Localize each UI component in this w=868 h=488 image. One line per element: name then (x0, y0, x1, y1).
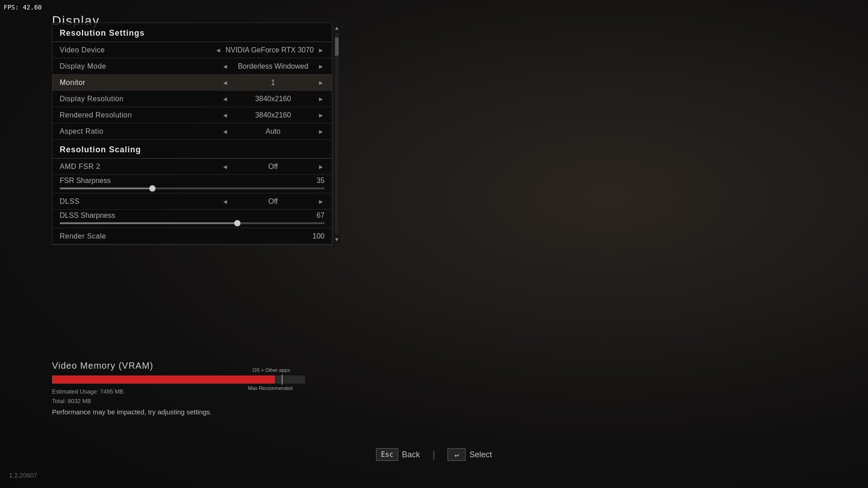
aspect-ratio-arrow-left[interactable]: ◄ (222, 128, 229, 135)
display-resolution-arrow-right[interactable]: ► (317, 95, 325, 103)
vram-total: Total: 8032 MB (52, 397, 305, 406)
aspect-ratio-control: ◄ Auto ► (222, 127, 325, 136)
vram-max-label: Max Recommended (248, 385, 292, 391)
scroll-up-arrow[interactable]: ▲ (334, 25, 340, 31)
section-resolution-settings: Resolution Settings (52, 23, 332, 42)
rendered-resolution-label: Rendered Resolution (60, 111, 177, 119)
setting-row-amd-fsr2: AMD FSR 2 ◄ Off ► (52, 159, 332, 175)
amd-fsr2-arrow-left[interactable]: ◄ (222, 163, 229, 170)
version-label: 1.2.20607 (9, 472, 37, 479)
scroll-down-arrow[interactable]: ▼ (334, 236, 340, 243)
amd-fsr2-value: Off (232, 163, 314, 171)
setting-row-monitor: Monitor ◄ 1 ► (52, 75, 332, 91)
scroll-track[interactable] (335, 33, 339, 235)
setting-row-rendered-resolution: Rendered Resolution ◄ 3840x2160 ► (52, 107, 332, 123)
fps-counter: FPS: 42.60 (4, 4, 42, 11)
vram-bar-container: OS + Other apps Max Recommended (52, 375, 305, 384)
monitor-label: Monitor (60, 79, 177, 87)
display-resolution-value: 3840x2160 (232, 95, 314, 103)
panel-inner: Resolution Settings Video Device ◄ NVIDI… (52, 23, 332, 245)
rendered-resolution-arrow-left[interactable]: ◄ (222, 112, 229, 119)
dlss-label: DLSS (60, 197, 177, 206)
vram-bar-marker (282, 375, 283, 385)
rendered-resolution-control: ◄ 3840x2160 ► (222, 111, 325, 119)
bottom-bar: Esc Back | ↵ Select (376, 448, 492, 461)
dlss-sharpness-label: DLSS Sharpness (60, 211, 115, 220)
render-scale-value: 100 (225, 232, 325, 240)
dlss-sharpness-header: DLSS Sharpness 67 (60, 211, 325, 220)
video-device-arrow-left[interactable]: ◄ (215, 47, 222, 54)
back-button-group[interactable]: Esc Back (376, 448, 420, 461)
display-mode-arrow-left[interactable]: ◄ (222, 63, 229, 70)
rendered-resolution-value: 3840x2160 (232, 111, 314, 119)
dlss-arrow-left[interactable]: ◄ (222, 198, 229, 205)
setting-row-render-scale: Render Scale 100 (52, 228, 332, 244)
video-device-value: NVIDIA GeForce RTX 3070 (226, 46, 314, 54)
dlss-arrow-right[interactable]: ► (317, 198, 325, 205)
fsr-sharpness-track[interactable] (60, 188, 325, 189)
select-label: Select (469, 450, 492, 460)
video-device-control: ◄ NVIDIA GeForce RTX 3070 ► (215, 46, 325, 54)
back-key-box: Esc (376, 448, 398, 461)
display-resolution-control: ◄ 3840x2160 ► (222, 95, 325, 103)
monitor-arrow-left[interactable]: ◄ (222, 79, 229, 86)
render-scale-label: Render Scale (60, 232, 177, 240)
amd-fsr2-arrow-right[interactable]: ► (317, 163, 325, 170)
video-device-label: Video Device (60, 46, 177, 54)
setting-row-display-mode: Display Mode ◄ Borderless Windowed ► (52, 58, 332, 75)
key-separator: | (433, 450, 435, 460)
select-button-group[interactable]: ↵ Select (448, 448, 492, 461)
display-mode-control: ◄ Borderless Windowed ► (222, 62, 325, 70)
fsr-sharpness-fill (60, 188, 152, 189)
aspect-ratio-arrow-right[interactable]: ► (317, 128, 325, 135)
vram-bar-fill (52, 375, 275, 384)
setting-row-video-device: Video Device ◄ NVIDIA GeForce RTX 3070 ► (52, 42, 332, 58)
setting-row-aspect-ratio: Aspect Ratio ◄ Auto ► (52, 123, 332, 140)
section-resolution-scaling: Resolution Scaling (52, 140, 332, 159)
setting-row-dlss: DLSS ◄ Off ► (52, 193, 332, 210)
scroll-thumb[interactable] (335, 38, 339, 56)
fsr-sharpness-header: FSR Sharpness 35 (60, 177, 325, 185)
aspect-ratio-label: Aspect Ratio (60, 127, 177, 136)
display-resolution-arrow-left[interactable]: ◄ (222, 95, 229, 103)
scrollbar[interactable]: ▲ ▼ (334, 23, 340, 244)
setting-row-display-resolution: Display Resolution ◄ 3840x2160 ► (52, 91, 332, 107)
fsr-sharpness-label: FSR Sharpness (60, 177, 111, 185)
fsr-sharpness-value: 35 (316, 177, 325, 185)
fsr-sharpness-thumb[interactable] (149, 185, 156, 192)
display-mode-value: Borderless Windowed (232, 62, 314, 70)
monitor-arrow-right[interactable]: ► (317, 79, 325, 86)
display-mode-label: Display Mode (60, 62, 177, 70)
dlss-value: Off (232, 197, 314, 206)
vram-section: Video Memory (VRAM) OS + Other apps Max … (52, 361, 305, 416)
vram-os-label: OS + Other apps (253, 367, 290, 373)
dlss-sharpness-thumb[interactable] (234, 220, 241, 226)
dlss-sharpness-fill (60, 222, 237, 224)
dlss-sharpness-track[interactable] (60, 222, 325, 224)
amd-fsr2-label: AMD FSR 2 (60, 163, 177, 171)
monitor-control: ◄ 1 ► (222, 79, 325, 87)
slider-row-fsr-sharpness: FSR Sharpness 35 (52, 175, 332, 193)
vram-warning: Performance may be impacted, try adjusti… (52, 408, 305, 416)
back-label: Back (402, 450, 420, 460)
settings-panel: Resolution Settings Video Device ◄ NVIDI… (52, 23, 332, 245)
amd-fsr2-control: ◄ Off ► (222, 163, 325, 171)
select-key-box: ↵ (448, 448, 466, 461)
video-device-arrow-right[interactable]: ► (317, 47, 325, 54)
dlss-control: ◄ Off ► (222, 197, 325, 206)
dlss-sharpness-value: 67 (316, 211, 325, 220)
display-resolution-label: Display Resolution (60, 95, 177, 103)
monitor-value: 1 (232, 79, 314, 87)
display-mode-arrow-right[interactable]: ► (317, 63, 325, 70)
rendered-resolution-arrow-right[interactable]: ► (317, 112, 325, 119)
aspect-ratio-value: Auto (232, 127, 314, 136)
slider-row-dlss-sharpness: DLSS Sharpness 67 (52, 210, 332, 228)
render-scale-control: 100 (225, 232, 325, 240)
